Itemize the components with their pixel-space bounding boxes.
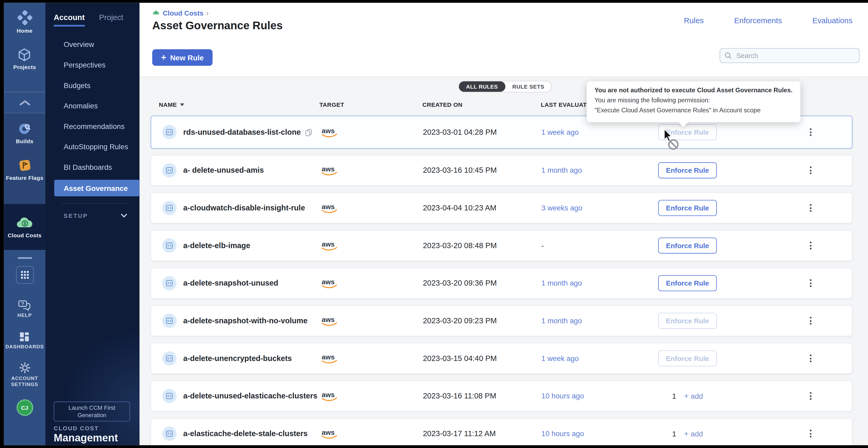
row-menu-kebab[interactable] bbox=[808, 239, 814, 252]
blocked-cursor-icon bbox=[663, 129, 682, 150]
breadcrumb-label[interactable]: Cloud Costs bbox=[163, 9, 204, 17]
table-row[interactable]: a- delete-unused-amis aws 2023-03-16 10:… bbox=[151, 155, 853, 186]
rule-name[interactable]: a- delete-unused-amis bbox=[183, 166, 264, 174]
rule-last-evaluation[interactable]: 3 weeks ago bbox=[541, 204, 582, 212]
enforce-rule-button[interactable]: Enforce Rule bbox=[658, 200, 717, 216]
sidebar-item-overview[interactable]: Overview bbox=[45, 34, 140, 55]
module-grid-button[interactable] bbox=[16, 266, 33, 284]
tab-rule-sets[interactable]: RULE SETS bbox=[505, 81, 552, 92]
page-header: $ Cloud Costs › Asset Governance Rules R… bbox=[140, 3, 868, 38]
rule-name[interactable]: a-delete-snapshot-with-no-volume bbox=[183, 317, 307, 325]
rail-label-help: HELP bbox=[18, 312, 32, 318]
sidebar-item-perspectives[interactable]: Perspectives bbox=[45, 55, 140, 75]
harness-logo-icon bbox=[17, 9, 33, 26]
add-enforcement-link[interactable]: +add bbox=[684, 391, 703, 401]
tab-account[interactable]: Account bbox=[54, 13, 85, 26]
product-name: Management bbox=[54, 432, 118, 444]
rail-item-home[interactable]: Home bbox=[17, 9, 33, 34]
row-menu-kebab[interactable] bbox=[808, 277, 814, 289]
breadcrumb[interactable]: $ Cloud Costs › bbox=[152, 9, 283, 17]
enforce-rule-button[interactable]: Enforce Rule bbox=[658, 238, 717, 254]
nav-link-rules[interactable]: Rules bbox=[684, 16, 704, 25]
header-nav-links: Rules Enforcements Evaluations bbox=[684, 3, 868, 38]
sidebar-item-autostopping-rules[interactable]: AutoStopping Rules bbox=[45, 137, 140, 157]
sidebar-item-recommendations[interactable]: Recommendations bbox=[45, 116, 140, 137]
product-eyebrow: CLOUD COST bbox=[54, 425, 99, 432]
column-header-name[interactable]: NAME bbox=[159, 101, 184, 108]
rail-section-modules: Builds Feature Flags bbox=[4, 113, 45, 204]
tab-project[interactable]: Project bbox=[99, 13, 123, 26]
rail-item-projects[interactable]: Projects bbox=[13, 47, 36, 70]
rule-last-evaluation[interactable]: 1 week ago bbox=[541, 128, 579, 136]
breadcrumb-chevron-icon: › bbox=[206, 9, 209, 17]
rule-last-evaluation[interactable]: 10 hours ago bbox=[541, 429, 584, 438]
add-enforcement-link[interactable]: +add bbox=[684, 429, 703, 438]
enforce-rule-button[interactable]: Enforce Rule bbox=[658, 163, 717, 178]
rail-item-dashboards[interactable]: DASHBOARDS bbox=[5, 331, 44, 350]
table-row[interactable]: a-delete-elb-image aws 2023-03-20 08:48 … bbox=[151, 230, 853, 261]
row-menu-kebab[interactable] bbox=[808, 427, 814, 440]
aws-logo: aws bbox=[320, 315, 339, 326]
sidebar-item-bi-dashboards[interactable]: BI Dashboards bbox=[45, 157, 140, 178]
copy-icon[interactable] bbox=[305, 129, 312, 136]
rail-item-account-settings[interactable]: ACCOUNT SETTINGS bbox=[4, 362, 45, 388]
table-row[interactable]: a-cloudwatch-disable-insight-rule aws 20… bbox=[151, 193, 853, 223]
table-row[interactable]: a-delete-snapshot-unused aws 2023-03-20 … bbox=[151, 268, 853, 299]
enforce-rule-button[interactable]: Enforce Rule bbox=[658, 313, 717, 329]
nav-link-enforcements[interactable]: Enforcements bbox=[734, 16, 782, 25]
row-menu-kebab[interactable] bbox=[808, 126, 814, 138]
tab-all-rules[interactable]: ALL RULES bbox=[459, 81, 505, 92]
row-menu-kebab[interactable] bbox=[808, 202, 814, 214]
rail-collapse[interactable] bbox=[4, 92, 45, 113]
rule-name[interactable]: a-delete-snapshot-unused bbox=[183, 279, 278, 287]
rule-last-evaluation[interactable]: 1 month ago bbox=[541, 279, 582, 287]
column-header-target[interactable]: TARGET bbox=[319, 101, 344, 108]
rule-name[interactable]: rds-unused-databases-list-clone bbox=[183, 128, 301, 136]
action-bar: + New Rule bbox=[140, 38, 868, 77]
enforce-rule-button[interactable]: Enforce Rule bbox=[658, 275, 717, 291]
rule-last-evaluation[interactable]: 1 week ago bbox=[541, 354, 579, 362]
setup-section-toggle[interactable]: SETUP bbox=[45, 204, 140, 219]
rule-code-icon bbox=[162, 389, 177, 404]
rail-item-help[interactable]: ? HELP bbox=[18, 300, 32, 318]
rule-last-evaluation[interactable]: 1 month ago bbox=[541, 166, 582, 174]
search-box[interactable] bbox=[720, 48, 860, 63]
sidebar-item-asset-governance[interactable]: Asset Governance bbox=[54, 180, 140, 197]
nav-link-evaluations[interactable]: Evaluations bbox=[812, 16, 852, 25]
frame-left bbox=[0, 0, 4, 448]
row-menu-kebab[interactable] bbox=[808, 164, 814, 177]
row-menu-kebab[interactable] bbox=[808, 390, 814, 402]
chevron-up-icon bbox=[19, 99, 31, 106]
table-row[interactable]: a-delete-unused-elasticache-clusters aws… bbox=[151, 380, 853, 411]
rule-code-icon bbox=[162, 426, 177, 441]
svg-text:aws: aws bbox=[322, 165, 335, 173]
row-menu-kebab[interactable] bbox=[808, 352, 814, 365]
rail-item-cloud-costs[interactable]: $ Cloud Costs bbox=[4, 204, 45, 250]
launch-ccm-first-gen-button[interactable]: Launch CCM First Generation bbox=[54, 402, 130, 422]
rail-item-feature-flags[interactable]: Feature Flags bbox=[6, 158, 43, 181]
user-avatar[interactable]: CJ bbox=[17, 399, 33, 416]
rule-name[interactable]: a-elasticache-delete-stale-clusters bbox=[183, 429, 307, 438]
cloud-costs-sidebar: Account Project Overview Perspectives Bu… bbox=[45, 3, 140, 445]
rail-item-builds[interactable]: Builds bbox=[16, 121, 33, 144]
rule-last-evaluation[interactable]: 1 month ago bbox=[541, 317, 582, 325]
table-row[interactable]: a-delete-snapshot-with-no-volume aws 202… bbox=[151, 305, 853, 336]
table-row[interactable]: a-elasticache-delete-stale-clusters aws … bbox=[151, 418, 853, 445]
search-input[interactable] bbox=[735, 51, 855, 60]
enforce-rule-button[interactable]: Enforce Rule bbox=[658, 350, 717, 367]
rule-last-evaluation[interactable]: 10 hours ago bbox=[541, 392, 584, 400]
enforcement-count[interactable]: 1 bbox=[672, 429, 676, 438]
table-row[interactable]: a-delete-unencrypted-buckets aws 2023-03… bbox=[151, 343, 853, 374]
rule-name[interactable]: a-delete-unused-elasticache-clusters bbox=[183, 392, 317, 400]
row-menu-kebab[interactable] bbox=[808, 315, 814, 327]
enforcement-count[interactable]: 1 bbox=[672, 392, 676, 400]
rule-name[interactable]: a-delete-elb-image bbox=[183, 242, 250, 250]
rule-name[interactable]: a-cloudwatch-disable-insight-rule bbox=[183, 204, 305, 212]
app-window: Home Projects Builds bbox=[0, 0, 868, 448]
sidebar-item-anomalies[interactable]: Anomalies bbox=[45, 96, 140, 116]
new-rule-button[interactable]: + New Rule bbox=[152, 49, 213, 66]
frame-top bbox=[0, 0, 868, 3]
rule-name[interactable]: a-delete-unencrypted-buckets bbox=[183, 354, 292, 362]
sidebar-item-budgets[interactable]: Budgets bbox=[45, 75, 140, 96]
column-header-created-on[interactable]: CREATED ON bbox=[422, 101, 462, 108]
